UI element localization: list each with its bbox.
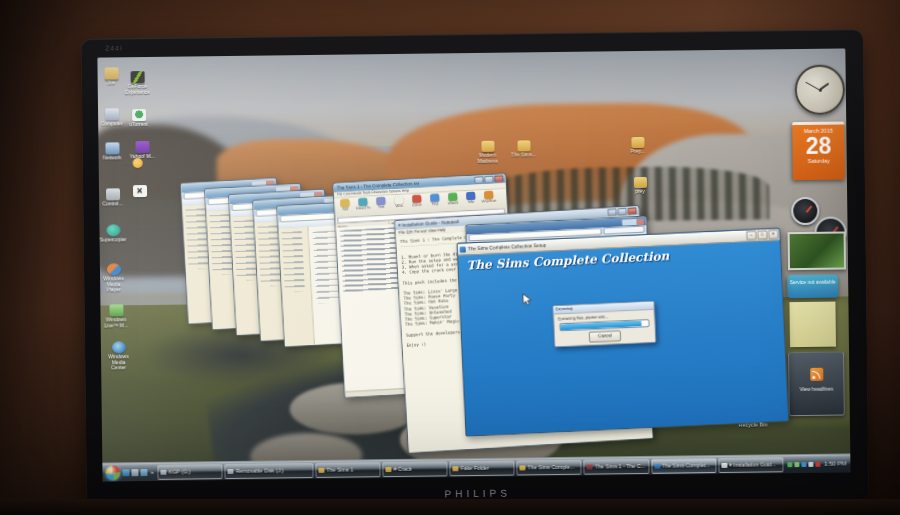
taskbar-button-installer[interactable]: The Sims Complet... [651,458,716,474]
weather-gadget[interactable]: Service not available [787,275,838,299]
setup-icon [460,246,466,252]
quick-launch [122,468,153,475]
taskbar: KGP (G:) Removable Disk (J:) The Sims 1 … [102,453,850,481]
extract-button[interactable]: Extract To [354,197,372,216]
windows-live-icon [109,304,123,316]
desktop-icon-x[interactable] [126,185,153,198]
desktop-folder[interactable]: The Sims... [506,140,540,158]
system-tray: 1:50 PM [784,460,850,467]
find-button[interactable]: Find [426,193,444,212]
taskbar-button-notepad[interactable]: # Installation Guid... [718,457,783,473]
computer-icon [105,108,119,120]
desktop-icon-joe[interactable]: Joe [98,67,125,86]
feed-label: View headlines [789,386,843,393]
media-center-icon [111,341,125,353]
desktop-icon-smiley[interactable] [124,158,151,169]
close-button[interactable] [628,207,637,215]
taskbar-button-crack[interactable]: # Crack [383,461,448,477]
maximize-button[interactable] [618,208,627,216]
monitor: 244i PHILIPS [81,29,869,509]
icon-label: Computer [98,121,125,127]
weather-status: Service not available [787,279,838,286]
desktop-icon-utorrent[interactable]: uTorrent [125,109,152,128]
taskbar-button-fake-folder[interactable]: Fake Folder [450,460,515,476]
installer-window[interactable]: The Sims Complete Collection Setup The S… [456,228,789,437]
maximize-button[interactable] [757,230,767,239]
taskbar-buttons: KGP (G:) Removable Disk (J:) The Sims 1 … [157,457,784,480]
maximize-button[interactable] [484,176,493,183]
taskbar-button-removable-disk[interactable]: Removable Disk (J:) [225,462,314,478]
show-desktop-icon[interactable] [131,469,138,476]
smiley-icon [132,158,142,168]
taskbar-button-sims-complete-folder[interactable]: The Sims Comple... [517,459,582,475]
cpu-meter-gadget-small[interactable] [791,197,819,225]
media-player-icon [106,263,120,275]
delete-button[interactable]: Delete [408,194,426,213]
icon-label: Windows Media Center [105,354,132,371]
desktop-icon-wmc[interactable]: Windows Media Center [105,341,132,371]
test-button[interactable]: Test [372,196,390,215]
utorrent-icon [132,109,146,121]
network-icon [105,142,119,154]
control-panel-icon [105,188,119,200]
desktop-icon-control[interactable]: Control... [99,188,126,207]
internet-explorer-icon[interactable] [122,469,129,476]
x-app-icon [132,185,146,197]
folder-icon [453,466,459,471]
wizard-button[interactable]: Wizard [444,192,462,211]
view-button[interactable]: View [390,195,408,214]
antivirus-icon[interactable] [794,462,799,467]
desktop-icon-supercopier[interactable]: Supercopier [99,224,126,243]
clock-gadget[interactable] [795,64,846,115]
desktop-icon-network[interactable]: Network [98,142,125,161]
wallpaper-sky [97,48,846,149]
icon-label: The Sims... [507,152,541,158]
taskbar-button-winrar[interactable]: The Sims 1 - The C... [584,458,649,474]
folder-icon [633,177,646,188]
network-icon[interactable] [801,461,806,466]
window-caption-buttons[interactable] [622,218,644,225]
desktop-icon-computer[interactable]: Computer [98,108,125,127]
desktop-icon-wlm[interactable]: Windows Live™ M... [102,304,129,329]
add-button[interactable]: Add [336,198,354,217]
setup-icon [654,463,660,468]
switch-windows-icon[interactable] [140,469,147,476]
minimize-button[interactable] [474,176,483,183]
desktop-icon-wmp[interactable]: Windows Media Player [100,263,127,293]
desktop-icon-yahoo[interactable]: Yahoo! M... [128,141,155,160]
monitor-bezel: 244i PHILIPS [81,29,869,509]
screen: Joe GeForce Experience Computer uTorrent… [97,48,850,481]
clock-center [818,88,821,91]
notes-gadget[interactable] [789,302,836,348]
chevron-icon[interactable] [150,469,153,475]
cancel-button[interactable]: Cancel [589,330,621,342]
progress-dialog: Extracting Extracting files, please wait… [552,301,656,348]
icon-label: Network [99,155,126,161]
close-button[interactable] [768,230,778,239]
desktop-icon-geforce[interactable]: GeForce Experience [124,71,151,96]
alert-icon[interactable] [815,461,820,466]
start-button[interactable] [105,465,120,480]
info-button[interactable]: Info [462,191,480,210]
desktop-folder[interactable]: Prey... [620,137,654,155]
calendar-gadget[interactable]: March 2015 28 Saturday [792,121,845,180]
slideshow-gadget[interactable] [788,231,846,270]
taskbar-button-the-sims-1[interactable]: The Sims 1 [315,462,380,478]
folder-icon [517,140,530,151]
virusscan-button[interactable]: VirusScan [480,190,498,209]
desktop-folder[interactable]: Modern Madness [470,141,504,165]
drive-icon [228,468,234,473]
supercopier-icon [106,224,120,236]
minimize-button[interactable] [608,209,617,217]
folder-icon [386,467,392,472]
feed-headlines-gadget[interactable]: View headlines [788,351,845,416]
taskbar-clock[interactable]: 1:50 PM [822,460,846,466]
icon-label: GeForce Experience [124,84,151,96]
taskbar-button-kgp[interactable]: KGP (G:) [158,464,223,480]
safely-remove-icon[interactable] [787,462,792,467]
minimize-button[interactable] [746,231,756,240]
desktop-folder[interactable]: prey [623,177,657,195]
folder-icon [520,465,526,470]
close-button[interactable] [494,175,503,182]
volume-icon[interactable] [808,461,813,466]
